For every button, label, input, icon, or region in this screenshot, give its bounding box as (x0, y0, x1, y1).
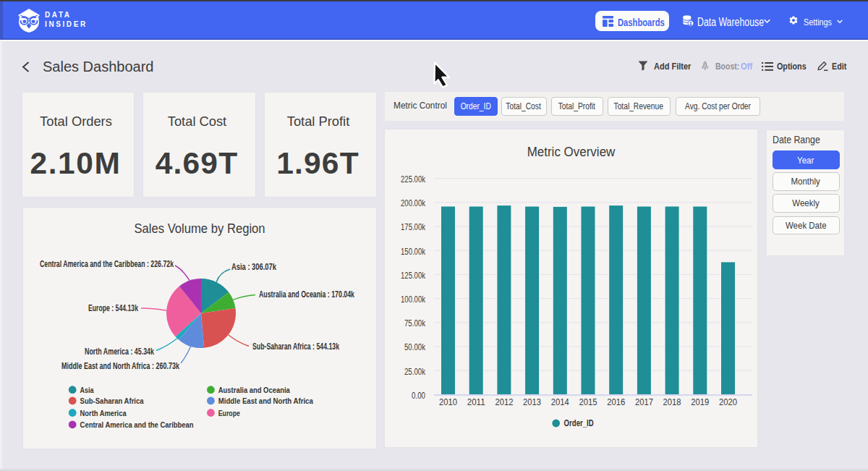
svg-text:200.00k: 200.00k (401, 198, 426, 208)
svg-text:2011: 2011 (467, 397, 485, 407)
svg-text:2013: 2013 (523, 397, 541, 407)
svg-text:Sub-Saharan Africa: Sub-Saharan Africa (80, 396, 144, 405)
svg-text:North America: North America (80, 409, 127, 417)
svg-text:25.00k: 25.00k (404, 367, 426, 377)
svg-text:2019: 2019 (691, 397, 709, 407)
svg-text:0.00: 0.00 (412, 391, 425, 401)
svg-text:75.00k: 75.00k (404, 318, 426, 328)
svg-text:2010: 2010 (439, 397, 457, 407)
svg-text:50.00k: 50.00k (404, 342, 426, 352)
svg-text:Middle East and North Africa: Middle East and North Africa (218, 396, 314, 405)
svg-text:2017: 2017 (635, 397, 653, 407)
svg-text:Sub-Saharan Africa : 544.13k: Sub-Saharan Africa : 544.13k (252, 341, 339, 352)
svg-text:2014: 2014 (551, 397, 569, 407)
svg-text:Central America and the Caribb: Central America and the Caribbean : 226.… (40, 259, 174, 269)
svg-text:Middle East and North Africa :: Middle East and North Africa : 260.73k (61, 361, 179, 371)
svg-text:Asia: Asia (80, 386, 94, 394)
svg-text:2020: 2020 (719, 397, 737, 407)
svg-text:2012: 2012 (495, 397, 513, 407)
svg-text:100.00k: 100.00k (401, 294, 426, 305)
svg-text:Europe: Europe (218, 409, 240, 417)
svg-text:Europe : 544.13k: Europe : 544.13k (88, 303, 138, 313)
svg-text:175.00k: 175.00k (401, 222, 426, 232)
svg-text:2016: 2016 (607, 397, 625, 407)
svg-text:2015: 2015 (579, 397, 597, 407)
svg-text:125.00k: 125.00k (401, 271, 426, 281)
svg-text:Asia : 306.07k: Asia : 306.07k (231, 262, 276, 272)
svg-text:North America : 45.34k: North America : 45.34k (85, 347, 154, 357)
svg-text:Australia and Oceania : 170.04: Australia and Oceania : 170.04k (259, 289, 354, 300)
svg-text:225.00k: 225.00k (401, 174, 426, 184)
svg-text:2018: 2018 (663, 397, 681, 407)
svg-text:Order_ID: Order_ID (564, 418, 594, 428)
svg-text:Central America and the Caribb: Central America and the Caribbean (80, 420, 194, 429)
svg-text:Australia and Oceania: Australia and Oceania (218, 386, 290, 394)
svg-text:150.00k: 150.00k (401, 247, 426, 257)
